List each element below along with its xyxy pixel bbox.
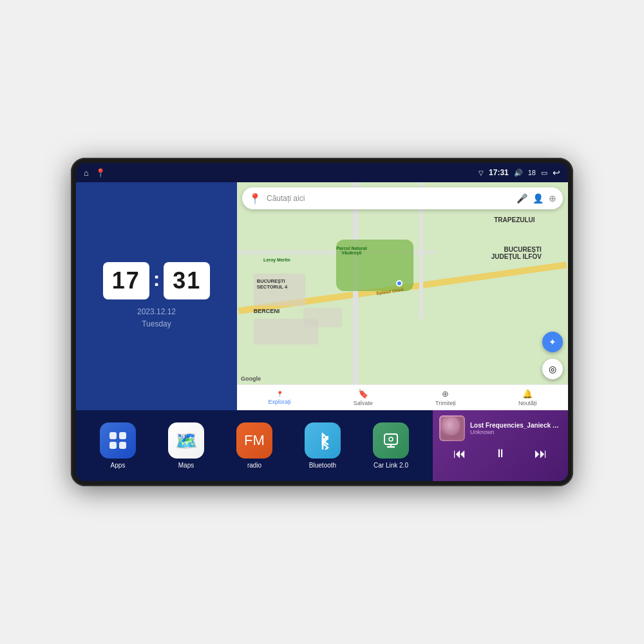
play-pause-button[interactable]: ⏸ <box>491 446 510 462</box>
news-label: Noutăți <box>518 400 537 406</box>
clock-colon: : <box>153 267 160 291</box>
app-item-maps[interactable]: 🗺️ Maps <box>168 422 204 469</box>
device-screen: ⌂ 📍 ▽ 17:31 🔊 18 ▭ ↩ 17 : <box>76 163 568 481</box>
news-icon: 🔔 <box>522 389 533 399</box>
device-frame: ⌂ 📍 ▽ 17:31 🔊 18 ▭ ↩ 17 : <box>71 158 573 486</box>
back-icon[interactable]: ↩ <box>553 167 560 178</box>
mic-icon[interactable]: 🎤 <box>516 193 527 204</box>
explore-label: Explorați <box>269 399 291 405</box>
map-nav-share[interactable]: ⊕ Trimiteți <box>435 389 456 406</box>
apps-label: Apps <box>111 462 126 469</box>
music-controls: ⏮ ⏸ ⏭ <box>439 445 562 462</box>
volume-level: 18 <box>528 169 536 176</box>
music-player: Lost Frequencies_Janieck Devy-... Unknow… <box>433 410 568 481</box>
map-search-input[interactable]: Căutați aici <box>267 194 511 203</box>
bluetooth-icon <box>305 422 341 459</box>
music-top: Lost Frequencies_Janieck Devy-... Unknow… <box>439 415 562 441</box>
next-button[interactable]: ⏭ <box>531 445 551 462</box>
svg-rect-0 <box>109 432 117 439</box>
map-widget[interactable]: TRAPEZULUI BUCUREȘTIJUDEȚUL ILFOV BERCEN… <box>237 182 568 410</box>
carlink-icon <box>373 422 409 459</box>
map-background: TRAPEZULUI BUCUREȘTIJUDEȚUL ILFOV BERCEN… <box>237 182 568 410</box>
layers-icon[interactable]: ⊕ <box>549 193 556 204</box>
bottom-row: Apps 🗺️ Maps FM radio <box>76 410 568 481</box>
clock-display: 17 : 31 <box>103 262 211 299</box>
apps-icon <box>100 422 136 459</box>
status-left-icons: ⌂ 📍 <box>84 168 106 178</box>
svg-rect-2 <box>109 442 117 449</box>
saved-label: Salvate <box>354 400 373 406</box>
signal-icon: ▽ <box>478 169 484 176</box>
app-item-bluetooth[interactable]: Bluetooth <box>305 422 341 469</box>
saved-icon: 🔖 <box>358 389 368 399</box>
app-item-apps[interactable]: Apps <box>100 422 136 469</box>
clock-minutes: 31 <box>164 262 210 299</box>
map-nav-saved[interactable]: 🔖 Salvate <box>354 389 373 406</box>
status-time: 17:31 <box>489 168 509 177</box>
locate-button[interactable]: ◎ <box>542 359 563 379</box>
volume-icon: 🔊 <box>514 169 523 177</box>
radio-label: radio <box>247 462 261 469</box>
account-icon[interactable]: 👤 <box>533 193 544 204</box>
radio-icon: FM <box>236 422 272 459</box>
music-artist: Unknown <box>470 429 562 435</box>
clock-hours: 17 <box>103 262 149 299</box>
status-right-info: ▽ 17:31 🔊 18 ▭ ↩ <box>478 167 560 178</box>
map-search-bar[interactable]: 📍 Căutați aici 🎤 👤 ⊕ <box>242 187 563 209</box>
maps-logo-icon: 📍 <box>249 193 261 205</box>
map-navigation-bar: 📍 Explorați 🔖 Salvate ⊕ Trimiteți 🔔 <box>237 384 568 410</box>
battery-icon: ▭ <box>541 169 547 177</box>
compass-button[interactable]: ✦ <box>542 332 563 352</box>
location-icon[interactable]: 📍 <box>95 168 106 178</box>
music-thumbnail <box>439 415 465 441</box>
svg-rect-1 <box>119 432 126 439</box>
status-bar: ⌂ 📍 ▽ 17:31 🔊 18 ▭ ↩ <box>76 163 568 182</box>
prev-button[interactable]: ⏮ <box>450 445 470 462</box>
svg-point-11 <box>444 417 460 435</box>
top-row: 17 : 31 2023.12.12 Tuesday <box>76 182 568 410</box>
clock-date: 2023.12.12 Tuesday <box>137 306 176 330</box>
svg-rect-5 <box>384 434 397 444</box>
music-info: Lost Frequencies_Janieck Devy-... Unknow… <box>470 422 562 435</box>
music-title: Lost Frequencies_Janieck Devy-... <box>470 422 562 429</box>
share-label: Trimiteți <box>435 400 456 406</box>
explore-icon: 📍 <box>276 391 283 397</box>
home-icon[interactable]: ⌂ <box>84 168 89 178</box>
google-logo: Google <box>241 375 261 382</box>
app-item-carlink[interactable]: Car Link 2.0 <box>373 422 409 469</box>
maps-icon: 🗺️ <box>168 422 204 459</box>
svg-rect-3 <box>119 442 126 449</box>
maps-label: Maps <box>178 462 194 469</box>
share-icon: ⊕ <box>442 389 449 399</box>
map-nav-news[interactable]: 🔔 Noutăți <box>518 389 537 406</box>
map-search-actions: 🎤 👤 ⊕ <box>516 193 556 204</box>
svg-point-8 <box>389 437 393 441</box>
clock-widget: 17 : 31 2023.12.12 Tuesday <box>76 182 237 410</box>
apps-section: Apps 🗺️ Maps FM radio <box>76 410 433 481</box>
carlink-label: Car Link 2.0 <box>374 462 408 469</box>
app-item-radio[interactable]: FM radio <box>236 422 272 469</box>
main-area: 17 : 31 2023.12.12 Tuesday <box>76 182 568 481</box>
bluetooth-label: Bluetooth <box>309 462 336 469</box>
map-nav-explore[interactable]: 📍 Explorați <box>269 391 291 405</box>
